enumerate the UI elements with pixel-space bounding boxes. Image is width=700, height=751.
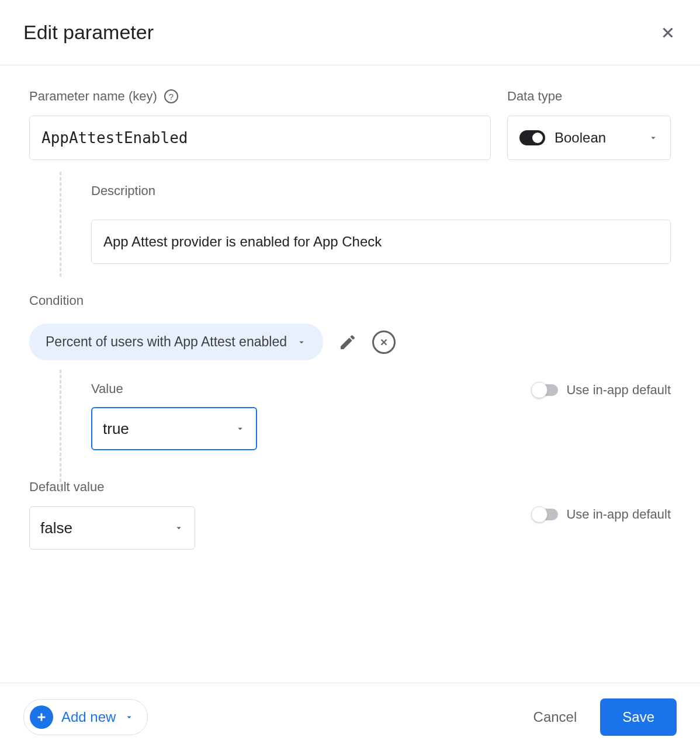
condition-value-text: true xyxy=(103,420,129,438)
plus-icon xyxy=(30,705,53,729)
chevron-down-icon xyxy=(124,712,134,722)
dialog-content: Parameter name (key) ? Data type Boolean… xyxy=(0,65,700,683)
condition-inapp-default-toggle[interactable] xyxy=(532,384,558,396)
condition-chip-text: Percent of users with App Attest enabled xyxy=(46,334,287,350)
chevron-down-icon xyxy=(296,337,307,347)
default-inapp-default-label: Use in-app default xyxy=(566,507,671,522)
close-icon xyxy=(379,337,389,347)
add-new-label: Add new xyxy=(61,709,116,725)
dialog-title: Edit parameter xyxy=(23,21,154,44)
condition-section-label: Condition xyxy=(29,293,671,308)
add-new-button[interactable]: Add new xyxy=(23,699,148,735)
dialog-footer: Add new Cancel Save xyxy=(0,683,700,751)
condition-inapp-default-label: Use in-app default xyxy=(566,383,671,398)
default-value-label: Default value xyxy=(29,479,195,495)
save-button[interactable]: Save xyxy=(600,698,677,736)
tree-line xyxy=(29,370,91,450)
data-type-label: Data type xyxy=(507,89,671,104)
help-icon[interactable]: ? xyxy=(164,89,178,103)
pencil-icon xyxy=(338,333,357,352)
default-inapp-default-toggle[interactable] xyxy=(532,509,558,520)
parameter-name-field: Parameter name (key) ? xyxy=(29,89,491,160)
data-type-select[interactable]: Boolean xyxy=(507,116,671,160)
parameter-name-input[interactable] xyxy=(29,116,491,160)
condition-value-label: Value xyxy=(91,381,257,397)
data-type-value: Boolean xyxy=(555,130,639,146)
condition-value-select[interactable]: true xyxy=(91,407,257,450)
dialog-header: Edit parameter xyxy=(0,0,700,65)
parameter-name-label-text: Parameter name (key) xyxy=(29,89,157,104)
condition-chip[interactable]: Percent of users with App Attest enabled xyxy=(29,324,323,360)
chevron-down-icon xyxy=(235,423,245,434)
tree-line xyxy=(29,172,91,264)
default-value-select[interactable]: false xyxy=(29,506,195,550)
parameter-name-label: Parameter name (key) ? xyxy=(29,89,491,104)
default-value-text: false xyxy=(40,519,72,537)
edit-condition-button[interactable] xyxy=(338,333,357,352)
chevron-down-icon xyxy=(648,133,659,143)
remove-condition-button[interactable] xyxy=(372,331,396,354)
description-input[interactable] xyxy=(91,220,671,264)
chevron-down-icon xyxy=(174,523,184,533)
close-button[interactable] xyxy=(659,24,677,41)
close-icon xyxy=(659,24,677,41)
cancel-button[interactable]: Cancel xyxy=(533,709,577,725)
data-type-field: Data type Boolean xyxy=(507,89,671,160)
boolean-type-icon xyxy=(519,130,545,145)
description-label: Description xyxy=(91,183,671,199)
